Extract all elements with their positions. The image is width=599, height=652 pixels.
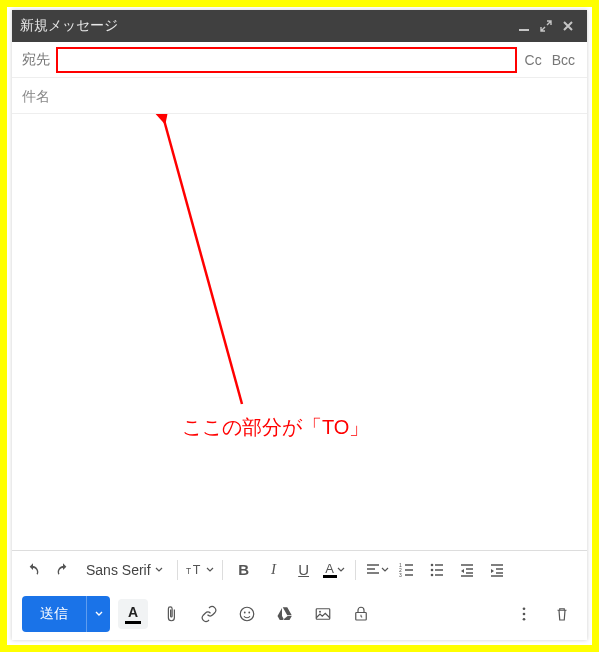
svg-point-17 xyxy=(523,613,526,616)
format-toolbar: Sans Serif TT B I U A xyxy=(12,550,587,588)
insert-drive-icon[interactable] xyxy=(270,599,300,629)
align-icon[interactable] xyxy=(364,557,390,583)
discard-draft-icon[interactable] xyxy=(547,599,577,629)
bold-icon[interactable]: B xyxy=(231,557,257,583)
compose-window: 新規メッセージ 宛先 Cc Bcc xyxy=(12,10,587,640)
recipients-row: 宛先 Cc Bcc xyxy=(12,42,587,78)
window-titlebar: 新規メッセージ xyxy=(12,10,587,42)
to-field-highlight xyxy=(56,47,517,73)
minimize-icon[interactable] xyxy=(513,20,535,32)
undo-icon[interactable] xyxy=(20,557,46,583)
text-format-icon: A xyxy=(128,605,138,619)
svg-point-7 xyxy=(430,563,433,566)
svg-rect-13 xyxy=(316,609,330,620)
insert-link-icon[interactable] xyxy=(194,599,224,629)
underline-icon[interactable]: U xyxy=(291,557,317,583)
window-title: 新規メッセージ xyxy=(20,17,513,35)
font-size-icon[interactable]: TT xyxy=(186,557,214,583)
svg-point-9 xyxy=(430,573,433,576)
to-input[interactable] xyxy=(58,49,515,71)
svg-text:3: 3 xyxy=(399,572,402,578)
formatting-options-button[interactable]: A xyxy=(118,599,148,629)
more-options-icon[interactable] xyxy=(509,599,539,629)
divider xyxy=(222,560,223,580)
text-color-icon[interactable]: A xyxy=(321,557,347,583)
attach-file-icon[interactable] xyxy=(156,599,186,629)
svg-point-12 xyxy=(248,612,250,614)
font-family-label: Sans Serif xyxy=(86,562,151,578)
annotated-frame: 新規メッセージ 宛先 Cc Bcc xyxy=(0,0,599,652)
subject-row xyxy=(12,78,587,114)
cc-button[interactable]: Cc xyxy=(523,52,544,68)
svg-point-8 xyxy=(430,568,433,571)
insert-emoji-icon[interactable] xyxy=(232,599,262,629)
svg-text:T: T xyxy=(192,563,200,577)
send-group: 送信 xyxy=(22,596,110,632)
svg-line-1 xyxy=(164,120,242,404)
divider xyxy=(177,560,178,580)
svg-text:T: T xyxy=(186,566,191,576)
bcc-button[interactable]: Bcc xyxy=(550,52,577,68)
svg-point-14 xyxy=(319,611,321,613)
chevron-down-icon xyxy=(95,610,103,618)
chevron-down-icon xyxy=(206,566,214,574)
chevron-down-icon xyxy=(337,566,345,574)
font-family-select[interactable]: Sans Serif xyxy=(80,557,169,583)
italic-icon[interactable]: I xyxy=(261,557,287,583)
indent-less-icon[interactable] xyxy=(454,557,480,583)
bullet-list-icon[interactable] xyxy=(424,557,450,583)
to-label: 宛先 xyxy=(22,51,50,69)
insert-photo-icon[interactable] xyxy=(308,599,338,629)
numbered-list-icon[interactable]: 123 xyxy=(394,557,420,583)
send-options-button[interactable] xyxy=(86,596,110,632)
chevron-down-icon xyxy=(155,566,163,574)
confidential-mode-icon[interactable] xyxy=(346,599,376,629)
annotation-arrow xyxy=(12,114,587,544)
message-body[interactable]: ここの部分が「TO」 xyxy=(12,114,587,550)
redo-icon[interactable] xyxy=(50,557,76,583)
indent-more-icon[interactable] xyxy=(484,557,510,583)
svg-point-18 xyxy=(523,618,526,621)
svg-point-16 xyxy=(523,607,526,610)
svg-point-11 xyxy=(244,612,246,614)
expand-icon[interactable] xyxy=(535,20,557,32)
action-toolbar: 送信 A xyxy=(12,588,587,640)
send-label: 送信 xyxy=(40,605,68,623)
annotation-text: ここの部分が「TO」 xyxy=(182,414,369,441)
close-icon[interactable] xyxy=(557,20,579,32)
chevron-down-icon xyxy=(381,566,389,574)
subject-input[interactable] xyxy=(22,88,577,104)
svg-point-10 xyxy=(240,607,254,621)
send-button[interactable]: 送信 xyxy=(22,596,86,632)
divider xyxy=(355,560,356,580)
